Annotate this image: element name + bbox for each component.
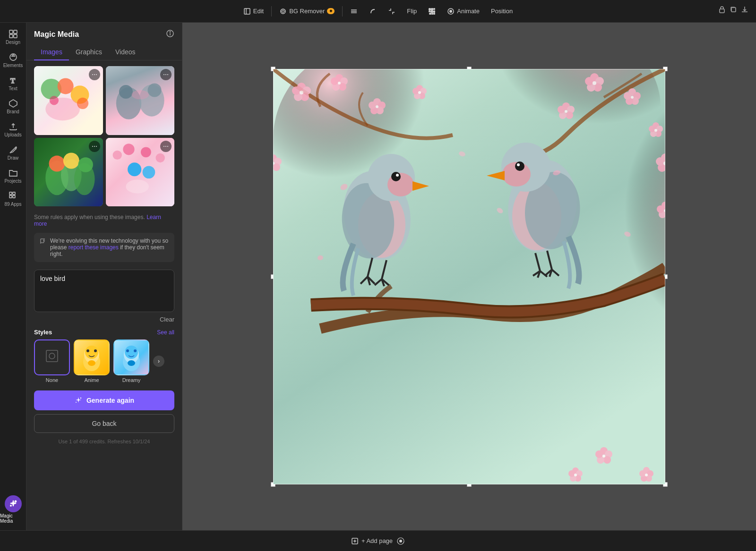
add-page-button[interactable]: + Add page <box>351 537 405 545</box>
svg-point-150 <box>602 455 605 458</box>
tab-videos[interactable]: Videos <box>109 44 142 60</box>
tile-menu-3[interactable]: ⋯ <box>89 141 100 152</box>
styles-section: Styles See all None <box>26 327 182 387</box>
svg-point-71 <box>134 349 137 352</box>
credits-text: Use 1 of 499 credits. Refreshes 10/1/24 <box>26 437 182 450</box>
svg-point-120 <box>654 129 657 132</box>
tile-menu-4[interactable]: ⋯ <box>160 141 172 152</box>
style-anime[interactable]: Anime <box>74 339 110 383</box>
styles-title: Styles <box>34 329 52 336</box>
svg-rect-6 <box>429 8 430 10</box>
sidebar-item-brand[interactable]: Brand <box>0 96 26 117</box>
svg-point-57 <box>142 166 155 178</box>
copy-icon[interactable] <box>730 6 737 15</box>
svg-point-36 <box>58 78 74 94</box>
style-anime-label: Anime <box>84 377 99 383</box>
apps-label: 89 Apps <box>4 202 21 207</box>
svg-marker-24 <box>12 54 15 56</box>
main-layout: Design Elements T Text Brand Uploads Dra… <box>0 23 756 530</box>
magic-media-label: Magic Media <box>0 513 26 524</box>
svg-rect-10 <box>431 11 433 12</box>
tab-graphics[interactable]: Graphics <box>69 44 109 60</box>
tab-images[interactable]: Images <box>34 44 69 60</box>
notice-text: We're evolving this new technology with … <box>50 237 169 257</box>
image-tile-3[interactable]: ⋯ <box>34 138 103 207</box>
style-dreamy[interactable]: Dreamy <box>113 339 149 383</box>
edit-label: Edit <box>253 8 264 15</box>
download-icon[interactable] <box>741 6 748 15</box>
svg-point-175 <box>515 161 524 171</box>
svg-point-89 <box>331 77 338 85</box>
clear-button[interactable]: Clear <box>160 316 174 323</box>
svg-point-66 <box>88 360 95 366</box>
design-label: Design <box>6 40 20 45</box>
style-none-thumb[interactable] <box>34 339 70 375</box>
add-page-label: + Add page <box>361 537 393 544</box>
style-anime-thumb[interactable] <box>74 339 110 375</box>
svg-point-155 <box>639 470 646 477</box>
style-none[interactable]: None <box>34 339 70 383</box>
svg-point-90 <box>338 82 341 85</box>
animate-button[interactable]: Animate <box>442 5 484 17</box>
sidebar-item-design[interactable]: Design <box>0 26 26 48</box>
svg-point-187 <box>399 540 402 543</box>
see-all-button[interactable]: See all <box>157 329 174 336</box>
animate-label: Animate <box>457 8 480 15</box>
sidebar-item-magic-media[interactable]: Magic Media <box>0 492 26 526</box>
prompt-textarea[interactable] <box>34 270 174 312</box>
generate-label: Generate again <box>86 397 134 404</box>
sidebar-item-apps[interactable]: 89 Apps <box>0 188 26 210</box>
top-toolbar: Edit BG Remover ✦ Flip Animate Position <box>0 0 756 23</box>
sidebar-item-uploads[interactable]: Uploads <box>0 119 26 140</box>
sidebar-item-draw[interactable]: Draw <box>0 142 26 163</box>
svg-point-84 <box>300 91 303 94</box>
report-link[interactable]: report these images <box>69 244 119 251</box>
carousel-next-button[interactable]: › <box>153 356 164 367</box>
svg-point-107 <box>585 77 593 85</box>
bg-remover-button[interactable]: BG Remover ✦ <box>275 5 339 17</box>
lock-icon[interactable] <box>718 6 726 15</box>
go-back-button[interactable]: Go back <box>34 414 174 433</box>
main-image-container[interactable] <box>273 69 665 484</box>
tile-menu-1[interactable]: ⋯ <box>89 69 100 80</box>
svg-rect-11 <box>434 11 435 12</box>
svg-point-101 <box>412 88 419 94</box>
sidebar-item-projects[interactable]: Projects <box>0 165 26 186</box>
sidebar-item-elements[interactable]: Elements <box>0 50 26 71</box>
flip-label: Flip <box>407 8 417 15</box>
draw-label: Draw <box>8 155 18 161</box>
svg-point-156 <box>645 474 648 476</box>
style-dreamy-thumb[interactable] <box>113 339 149 375</box>
tile-menu-2[interactable]: ⋯ <box>160 69 172 80</box>
svg-point-168 <box>391 172 401 181</box>
svg-point-149 <box>595 450 603 458</box>
svg-point-55 <box>155 153 164 162</box>
info-icon[interactable] <box>166 29 174 40</box>
image-tile-4[interactable]: ⋯ <box>106 138 175 207</box>
svg-rect-28 <box>9 195 12 198</box>
svg-point-34 <box>170 32 170 32</box>
noise-button[interactable] <box>423 5 440 17</box>
svg-point-30 <box>15 501 16 502</box>
panel-title: Magic Media <box>34 30 79 39</box>
corner-button[interactable] <box>364 5 381 17</box>
svg-rect-9 <box>429 11 430 12</box>
svg-rect-13 <box>432 13 433 14</box>
generate-button[interactable]: Generate again <box>34 390 174 410</box>
svg-rect-27 <box>13 192 15 195</box>
crop-button[interactable] <box>383 5 400 17</box>
svg-rect-21 <box>9 34 13 38</box>
edit-button[interactable]: Edit <box>239 5 268 17</box>
sidebar-item-text[interactable]: T Text <box>0 73 26 94</box>
image-tile-2[interactable]: ⋯ <box>106 66 175 135</box>
svg-point-108 <box>593 81 596 85</box>
svg-point-114 <box>631 96 634 99</box>
svg-rect-20 <box>14 30 17 34</box>
svg-point-131 <box>656 157 664 166</box>
image-tile-1[interactable]: ⋯ <box>34 66 103 135</box>
flip-button[interactable]: Flip <box>402 5 421 17</box>
position-button[interactable]: Position <box>486 5 517 17</box>
lines-button[interactable] <box>345 5 362 17</box>
rules-text: Some rules apply when using these images… <box>26 212 182 231</box>
bg-remover-badge: ✦ <box>327 8 335 14</box>
